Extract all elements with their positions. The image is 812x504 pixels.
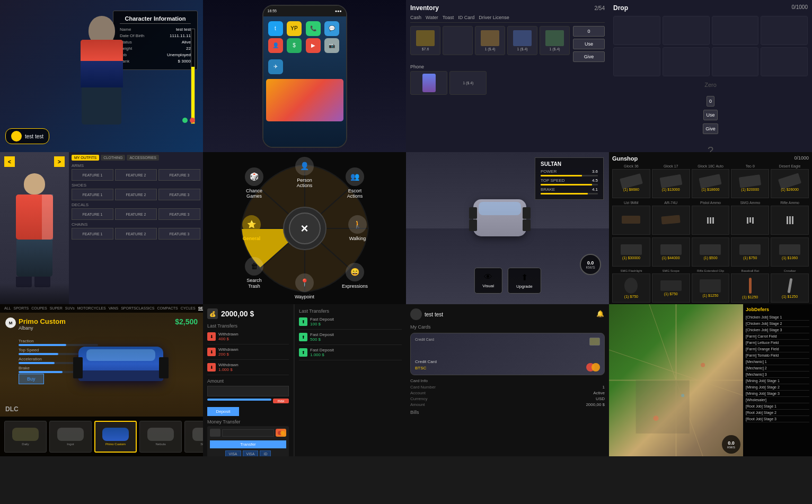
map-item-wholesaler[interactable]: [Wholesaler] xyxy=(746,397,809,403)
map-item-mechanic3[interactable]: [Mechanic] 3 xyxy=(746,372,809,378)
transfer-btn[interactable]: Transfer xyxy=(210,440,286,448)
radial-search-trash[interactable]: 🗑 SearchTrash xyxy=(236,257,273,289)
map-item-chicken2[interactable]: [Chicken Job] Stage 2 xyxy=(746,321,809,327)
cloth-shoes-3[interactable]: FEATURE 3 xyxy=(158,189,200,200)
drop-slot-5[interactable] xyxy=(613,47,660,76)
suppressor-smg[interactable]: (1) $750 xyxy=(731,237,769,267)
inv-action-zero[interactable]: 0 xyxy=(573,26,605,37)
phone-app-camera[interactable]: 📷 xyxy=(324,38,339,53)
dealer-cat-cycles[interactable]: CYCLES xyxy=(181,306,196,311)
dealer-cat-sportsclassics[interactable]: SPORTSCLASSICS xyxy=(121,306,154,311)
phone-inv-slot[interactable] xyxy=(410,71,447,95)
ammo-smg[interactable] xyxy=(731,206,769,235)
acc-rifle-ext[interactable]: (1) $1250 xyxy=(692,273,730,303)
acc-crowbar[interactable]: (1) $1250 xyxy=(771,273,809,303)
radial-waypoint[interactable]: 📍 Waypoint xyxy=(286,273,323,300)
cloth-tab-outfits[interactable]: MY OUTFITS xyxy=(72,155,99,161)
dealer-buy-btn[interactable]: Buy xyxy=(19,374,44,384)
inv-slot-empty1[interactable] xyxy=(443,26,473,55)
suppressor-smg-ext[interactable]: (1) $1060 xyxy=(771,237,809,267)
map-item-root2[interactable]: [Root Job] Stage 2 xyxy=(746,410,809,416)
amount-slider[interactable] xyxy=(207,399,271,401)
inv-slot-idcard[interactable]: 1 ($.4) xyxy=(507,26,537,55)
gun-deserteagle[interactable]: (1) $26000 xyxy=(771,169,809,198)
bell-icon[interactable]: 🔔 xyxy=(596,310,605,319)
suppressor-pistol[interactable]: (1) $30000 xyxy=(612,237,650,267)
radial-center-btn[interactable]: × xyxy=(289,213,321,244)
ammo-ar74u[interactable] xyxy=(652,206,690,235)
inv-cat-cash[interactable]: Cash xyxy=(410,15,421,20)
cloth-decals-2[interactable]: FEATURE 2 xyxy=(115,208,157,220)
acc-bat[interactable]: (1) $1250 xyxy=(731,273,769,303)
dealer-cat-suvs[interactable]: SUVs xyxy=(65,306,75,311)
gun-glock17[interactable]: (1) $13000 xyxy=(652,169,690,198)
suppressor-pistol-ext[interactable]: (1) $44000 xyxy=(652,237,690,267)
inv-give-btn[interactable]: Give xyxy=(573,51,605,62)
gun-tec9[interactable]: (1) $20000 xyxy=(731,169,769,198)
phone-app-messages[interactable]: 💬 xyxy=(324,21,339,36)
dealer-cat-motorcycles[interactable]: MOTORCYCLES xyxy=(77,306,106,311)
phone-app-phone[interactable]: 📞 xyxy=(306,21,321,36)
cloth-chains-1[interactable]: FEATURE 1 xyxy=(72,228,113,240)
phone-inv-slot2[interactable]: 1 ($.4) xyxy=(449,71,487,95)
cloth-chains-3[interactable]: FEATURE 3 xyxy=(158,228,200,240)
bank-deposit-btn[interactable]: Deposit xyxy=(207,407,239,416)
dealer-thumb-daily[interactable]: Daily xyxy=(4,421,47,453)
radial-escort-actions[interactable]: 👥 EscortActions xyxy=(337,167,374,200)
dealer-cat-compacts[interactable]: COMPACTS xyxy=(157,306,178,311)
acc-smg-light[interactable]: (1) $750 xyxy=(612,273,650,303)
radial-general[interactable]: ⭐ General xyxy=(233,215,270,242)
gun-glock36[interactable]: (1) $8680 xyxy=(612,169,650,198)
map-item-lettuce[interactable]: [Farm] Lettuce Field xyxy=(746,340,809,346)
drop-slot-6[interactable] xyxy=(663,47,710,76)
inv-slot-license[interactable]: 1 ($.4) xyxy=(540,26,570,55)
gun-glock18c[interactable]: (1) $18600 xyxy=(692,169,730,198)
cloth-arms-3[interactable]: FEATURE 3 xyxy=(158,169,200,181)
cloth-arms-2[interactable]: FEATURE 2 xyxy=(115,169,157,181)
cloth-chains-2[interactable]: FEATURE 2 xyxy=(115,228,157,240)
drop-slot-3[interactable] xyxy=(712,16,759,45)
map-item-orange[interactable]: [Farm] Orange Field xyxy=(746,346,809,352)
drop-slot-7[interactable] xyxy=(712,47,759,76)
dealer-cat-coupes[interactable]: COUPES xyxy=(31,306,47,311)
dealer-thumb-primo[interactable]: Primo Custom xyxy=(94,421,137,453)
map-item-mechanic1[interactable]: [Mechanic] 1 xyxy=(746,359,809,365)
dealer-cat-super[interactable]: SUPER xyxy=(50,306,63,311)
bank-amount-field[interactable] xyxy=(207,386,289,396)
phone-app-youtube[interactable]: ▶ xyxy=(306,38,321,53)
map-item-chicken3[interactable]: [Chicken Job] Stage 3 xyxy=(746,327,809,333)
map-item-root3[interactable]: [Root Job] Stage 3 xyxy=(746,416,809,422)
dealer-cat-all[interactable]: ALL xyxy=(4,306,11,311)
cloth-tab-clothing[interactable]: CLOTHING xyxy=(101,155,125,161)
inv-slot-cash[interactable]: $7.6 xyxy=(410,26,440,55)
atm-credit-card[interactable]: Credit Card Credit Card BTSC xyxy=(410,333,605,375)
drop-slot-2[interactable] xyxy=(663,16,710,45)
dealer-thumb-ingot[interactable]: Ingot xyxy=(49,421,92,453)
suppressor-pistol-light[interactable]: (1) $500 xyxy=(692,237,730,267)
cloth-decals-3[interactable]: FEATURE 3 xyxy=(158,208,200,220)
ammo-rifle[interactable] xyxy=(771,206,809,235)
dealer-cat-sedans[interactable]: SEDANS xyxy=(198,306,203,311)
map-item-mining2[interactable]: [Mining Job] Stage 2 xyxy=(746,384,809,391)
map-item-mining3[interactable]: [Mining Job] Stage 3 xyxy=(746,391,809,397)
map-item-root1[interactable]: [Root Job] Stage 1 xyxy=(746,403,809,410)
phone-app-yellowpages[interactable]: YP xyxy=(287,21,302,36)
nav-next-btn[interactable]: > xyxy=(54,156,65,167)
inv-use-btn[interactable]: Use xyxy=(573,39,605,49)
dealer-cat-sports[interactable]: SPORTS xyxy=(13,306,29,311)
map-item-mechanic2[interactable]: [Mechanic] 2 xyxy=(746,365,809,372)
inv-slot-toast[interactable]: 1 ($.4) xyxy=(475,26,505,55)
phone-app-twitter[interactable]: t xyxy=(268,21,283,36)
map-item-tomato[interactable]: [Farm] Tomato Field xyxy=(746,352,809,359)
ammo-uzi[interactable] xyxy=(612,206,650,235)
dealer-cat-vans[interactable]: VANS xyxy=(109,306,119,311)
drop-use-btn[interactable]: Use xyxy=(703,110,717,120)
radial-expressions[interactable]: 😄 Expressions xyxy=(337,263,374,289)
phone-app-contacts[interactable]: 👤 xyxy=(268,38,283,53)
radial-person-actions[interactable]: 👤 PersonActions xyxy=(286,157,323,189)
acc-smg-scope[interactable]: (1) $750 xyxy=(652,273,690,303)
drop-action-zero[interactable]: 0 xyxy=(707,96,714,107)
id-btn[interactable]: ID xyxy=(260,450,271,456)
map-item-carrot[interactable]: [Farm] Carrot Field xyxy=(746,333,809,340)
radial-chance-games[interactable]: 🎲 ChanceGames xyxy=(236,167,273,200)
